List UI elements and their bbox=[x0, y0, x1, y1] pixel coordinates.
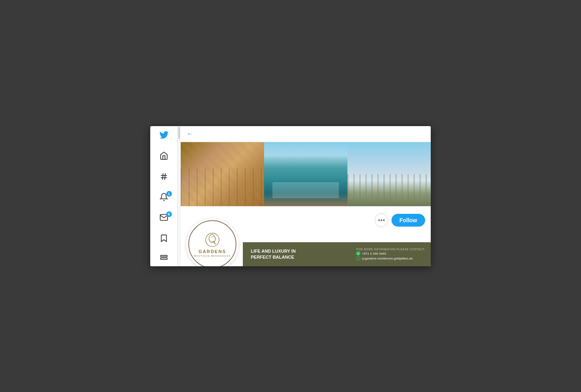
sidebar-item-explore[interactable] bbox=[157, 171, 171, 183]
main-content: ← LIFE AND LUXURY IN PERFECT BALANCE FOR… bbox=[181, 126, 431, 266]
contact-website: ○ q-gardens-residences.goldpillars.ae bbox=[356, 256, 425, 260]
logo-text-gardens: GARDENS bbox=[198, 249, 226, 254]
logo-symbol-icon bbox=[204, 231, 221, 248]
sidebar-item-home[interactable] bbox=[157, 151, 171, 163]
svg-rect-4 bbox=[160, 255, 167, 257]
hashtag-icon bbox=[159, 172, 168, 183]
sidebar-item-twitter-home[interactable] bbox=[157, 130, 171, 143]
dot-1 bbox=[378, 219, 380, 221]
globe-icon: ○ bbox=[356, 256, 360, 260]
banner-info-overlay: LIFE AND LUXURY IN PERFECT BALANCE FOR M… bbox=[243, 242, 431, 266]
list-icon bbox=[159, 254, 168, 265]
browser-window: 1 8 bbox=[150, 126, 431, 266]
logo-text-boutique: BOUTIQUE RESIDENCES bbox=[194, 255, 230, 257]
twitter-sidebar: 1 8 bbox=[150, 126, 178, 266]
back-button[interactable]: ← bbox=[186, 130, 194, 138]
home-icon bbox=[159, 151, 168, 162]
svg-point-6 bbox=[206, 233, 219, 247]
tagline: LIFE AND LUXURY IN PERFECT BALANCE bbox=[251, 248, 296, 260]
more-options-button[interactable] bbox=[375, 213, 388, 227]
svg-line-3 bbox=[164, 173, 165, 180]
twitter-logo-icon bbox=[159, 130, 169, 142]
contact-phone: ✓ +971 4 248 3445 bbox=[356, 251, 425, 255]
sidebar-item-bookmarks[interactable] bbox=[157, 233, 171, 245]
banner-image-1 bbox=[181, 142, 264, 206]
sidebar-item-messages[interactable]: 8 bbox=[157, 212, 171, 225]
banner-images bbox=[181, 142, 431, 206]
top-bar: ← bbox=[181, 126, 431, 142]
bookmark-icon bbox=[159, 234, 168, 245]
dot-2 bbox=[381, 219, 382, 221]
dot-3 bbox=[383, 219, 385, 221]
contact-info: FOR MORE INFORMATION PLEASE CONTACT: ✓ +… bbox=[356, 248, 425, 260]
messages-badge: 8 bbox=[166, 211, 172, 217]
profile-card: LIFE AND LUXURY IN PERFECT BALANCE FOR M… bbox=[181, 142, 431, 266]
logo-inner-circle: GARDENS BOUTIQUE RESIDENCES bbox=[188, 220, 236, 266]
whatsapp-icon: ✓ bbox=[356, 251, 360, 255]
banner-image-3 bbox=[347, 142, 431, 206]
follow-button[interactable]: Follow bbox=[391, 214, 425, 227]
contact-label: FOR MORE INFORMATION PLEASE CONTACT: bbox=[356, 248, 425, 251]
sidebar-item-lists[interactable] bbox=[157, 253, 171, 266]
svg-rect-5 bbox=[160, 258, 167, 259]
scrollbar[interactable] bbox=[178, 126, 181, 266]
svg-line-2 bbox=[162, 173, 163, 180]
sidebar-item-notifications[interactable]: 1 bbox=[157, 192, 171, 204]
banner-image-2 bbox=[264, 142, 347, 206]
notifications-badge: 1 bbox=[166, 191, 172, 197]
scroll-thumb bbox=[178, 127, 180, 139]
